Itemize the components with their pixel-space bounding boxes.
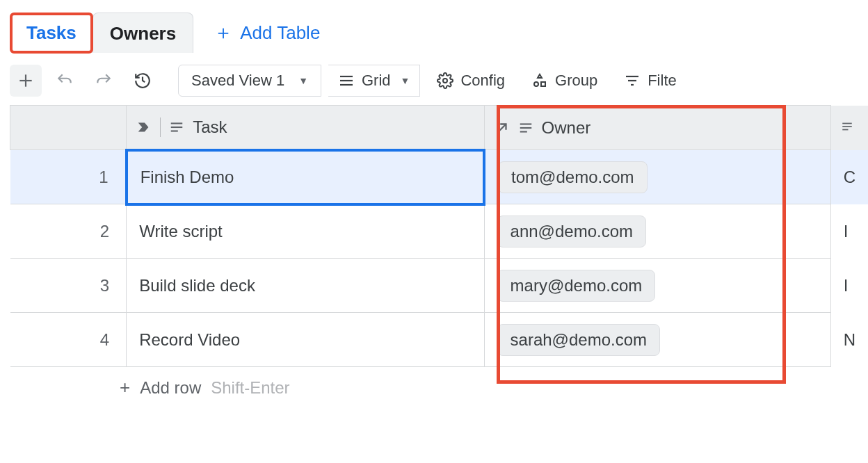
owner-cell[interactable]: mary@demo.com xyxy=(484,259,830,313)
svg-point-6 xyxy=(534,82,538,86)
add-table-button[interactable]: ＋ Add Table xyxy=(214,19,320,46)
redo-button[interactable] xyxy=(88,65,120,97)
history-button[interactable] xyxy=(127,65,159,97)
extra-cell: N xyxy=(830,313,868,367)
owner-chip[interactable]: ann@demo.com xyxy=(497,216,646,247)
add-row-label: Add row xyxy=(140,378,201,398)
group-label: Group xyxy=(555,72,597,90)
extra-cell: I xyxy=(830,259,868,313)
header-extra xyxy=(830,106,868,150)
header-owner[interactable]: Owner xyxy=(484,106,830,150)
table-row[interactable]: 4 Record Video sarah@demo.com N xyxy=(10,313,869,367)
undo-button[interactable] xyxy=(49,65,81,97)
svg-line-14 xyxy=(498,124,506,131)
chevron-down-icon: ▼ xyxy=(401,75,410,86)
add-row-hint: Shift-Enter xyxy=(211,378,289,398)
text-lines-icon xyxy=(518,120,533,136)
tab-owners[interactable]: Owners xyxy=(93,13,193,53)
owner-cell[interactable]: ann@demo.com xyxy=(484,204,830,259)
table-row[interactable]: 2 Write script ann@demo.com I xyxy=(10,204,869,259)
extra-cell: C xyxy=(830,150,868,204)
row-number: 4 xyxy=(10,313,127,367)
row-number: 3 xyxy=(10,259,127,313)
owner-chip[interactable]: tom@demo.com xyxy=(498,161,647,193)
svg-point-5 xyxy=(443,79,447,83)
divider xyxy=(160,117,161,137)
text-lines-icon xyxy=(841,120,853,133)
row-number: 1 xyxy=(10,150,127,204)
task-cell[interactable]: Build slide deck xyxy=(127,259,484,313)
table-row[interactable]: 3 Build slide deck mary@demo.com I xyxy=(10,259,869,313)
text-lines-icon xyxy=(169,120,184,135)
filter-label: Filte xyxy=(648,72,677,90)
add-button[interactable] xyxy=(10,65,42,97)
owner-cell[interactable]: tom@demo.com xyxy=(484,150,830,204)
task-cell[interactable]: Record Video xyxy=(127,313,484,367)
svg-rect-7 xyxy=(541,82,545,86)
tab-tasks[interactable]: Tasks xyxy=(10,13,93,54)
header-task[interactable]: Task xyxy=(127,106,484,150)
grid-label: Grid xyxy=(362,72,391,90)
view-mode-grid[interactable]: Grid ▼ xyxy=(328,65,420,97)
add-table-label: Add Table xyxy=(240,22,320,44)
config-button[interactable]: Config xyxy=(427,65,515,97)
task-header-label: Task xyxy=(193,117,227,137)
filter-button[interactable]: Filte xyxy=(614,65,686,97)
config-label: Config xyxy=(460,72,505,90)
add-row-button[interactable]: + Add row Shift-Enter xyxy=(10,367,868,398)
owner-cell[interactable]: sarah@demo.com xyxy=(484,313,830,367)
table-row[interactable]: 1 Finish Demo tom@demo.com C xyxy=(10,150,869,204)
header-rownum xyxy=(10,106,127,150)
saved-view-selector[interactable]: Saved View 1 ▼ xyxy=(178,65,321,97)
owner-chip[interactable]: sarah@demo.com xyxy=(497,324,660,356)
plus-icon: ＋ xyxy=(214,19,233,46)
chevron-down-icon: ▼ xyxy=(298,75,308,86)
owner-chip[interactable]: mary@demo.com xyxy=(497,270,656,302)
arrow-out-icon xyxy=(495,120,510,136)
owner-header-label: Owner xyxy=(542,118,591,138)
group-button[interactable]: Group xyxy=(522,65,607,97)
saved-view-label: Saved View 1 xyxy=(191,72,284,90)
row-number: 2 xyxy=(10,204,127,259)
extra-cell: I xyxy=(830,204,868,259)
plus-icon: + xyxy=(120,377,130,398)
task-cell[interactable]: Finish Demo xyxy=(127,150,484,204)
tag-icon xyxy=(136,120,152,135)
task-cell[interactable]: Write script xyxy=(127,204,484,259)
